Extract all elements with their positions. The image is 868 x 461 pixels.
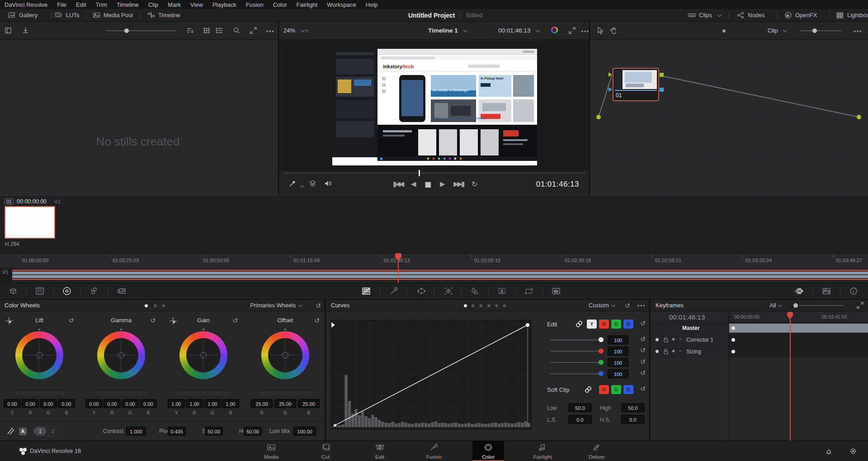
wheel-reset-icon[interactable]: ↺ <box>232 317 238 324</box>
node-mode-dropdown[interactable]: Clip <box>768 24 787 37</box>
go-to-end-button[interactable]: ▶▶▮ <box>453 180 463 188</box>
color-match-icon[interactable] <box>33 285 46 297</box>
thumb-size-handle[interactable] <box>124 28 129 33</box>
go-to-start-button[interactable]: ▮◀◀ <box>393 180 403 188</box>
export-still-icon[interactable] <box>21 27 30 35</box>
viewer-timecode-dropdown[interactable]: 00:01:46:13 <box>498 24 539 37</box>
step-back-button[interactable]: ◀ <box>411 180 416 188</box>
soft-clip-link-icon[interactable] <box>584 386 592 395</box>
node-zoom-slider[interactable] <box>800 30 842 31</box>
gallery-options-icon[interactable]: ••• <box>266 28 275 36</box>
wheels-page-dot-3[interactable] <box>162 304 165 307</box>
curve-channel-value[interactable]: 100 <box>608 335 628 344</box>
openfx-button[interactable]: fx OpenFX <box>784 9 817 21</box>
node-key-input[interactable] <box>609 87 612 92</box>
wheel-master-bar[interactable] <box>13 390 66 395</box>
curves-channel-y[interactable]: Y <box>587 320 597 329</box>
lightbox-button[interactable]: Lightbox <box>836 9 868 21</box>
soft-clip-channel-b[interactable]: B <box>623 385 633 394</box>
curve-slider-reset[interactable]: ↺ <box>640 358 646 365</box>
soft-clip-reset[interactable]: ↺ <box>640 385 646 392</box>
gallery-button[interactable]: Gallery <box>8 9 38 21</box>
kf-keyframe-dot[interactable] <box>731 326 735 330</box>
play-button[interactable]: ▶ <box>440 180 445 188</box>
soft-clip-field-value-hs[interactable]: 0.0 <box>621 415 645 424</box>
keyframes-palette-icon[interactable] <box>793 285 806 297</box>
curves-link-icon[interactable] <box>575 320 583 330</box>
menu-fairlight[interactable]: Fairlight <box>297 1 317 8</box>
power-window-icon[interactable] <box>415 285 428 297</box>
wheel-value-y[interactable]: 1.00 <box>168 399 185 408</box>
wheel-value-b[interactable]: 1.00 <box>222 399 239 408</box>
wheel-page-tab-1[interactable]: 1 <box>34 427 47 435</box>
curves-channel-r[interactable]: R <box>599 320 609 329</box>
curves-graph[interactable] <box>331 320 531 429</box>
expand-gallery-icon[interactable] <box>249 27 258 35</box>
sort-icon[interactable] <box>185 27 194 35</box>
timeline-clip[interactable] <box>12 270 868 280</box>
curves-mode-dropdown[interactable]: Custom <box>589 302 615 309</box>
home-icon[interactable]: ⌂ <box>826 447 831 456</box>
kf-lock-icon[interactable] <box>663 336 669 345</box>
kf-row-track[interactable] <box>729 346 868 358</box>
scopes-icon[interactable] <box>820 285 833 297</box>
keyframes-expand-icon[interactable] <box>855 301 864 310</box>
tracker-icon[interactable] <box>442 285 455 297</box>
wheel-reset-icon[interactable]: ↺ <box>150 317 156 324</box>
wheel-value-r[interactable]: 1.00 <box>186 399 203 408</box>
node-zoom-handle[interactable] <box>812 28 817 33</box>
curve-slider-handle[interactable] <box>599 371 604 376</box>
wheel-center-handle[interactable] <box>118 352 124 358</box>
curve-channel-value[interactable]: 100 <box>608 347 628 356</box>
nodes-button[interactable]: Nodes <box>737 9 765 21</box>
menu-fusion[interactable]: Fusion <box>246 1 264 8</box>
nav-tab-cut[interactable]: Cut <box>310 441 341 461</box>
menu-color[interactable]: Color <box>273 1 287 8</box>
media-pool-button[interactable]: Media Pool <box>93 9 133 21</box>
nav-tab-media[interactable]: Media <box>255 441 287 461</box>
wheels-reset-icon[interactable]: ↺ <box>316 302 321 309</box>
curve-slider-track[interactable] <box>551 351 601 352</box>
kf-expand-chevron-icon[interactable]: › <box>679 347 681 354</box>
curve-slider-handle[interactable] <box>599 348 604 353</box>
nav-tab-edit[interactable]: Edit <box>364 441 396 461</box>
keyframe-row-master[interactable]: Master <box>651 322 868 334</box>
wheel-value-y[interactable]: 0.00 <box>85 399 103 408</box>
auto-balance-badge[interactable]: A <box>19 428 27 435</box>
curves-icon[interactable] <box>360 285 373 297</box>
wheel-page-tab-2[interactable]: 2 <box>47 427 58 435</box>
kf-enable-dot-icon[interactable] <box>656 350 659 353</box>
auto-wand-icon[interactable] <box>6 427 14 437</box>
timeline-selector-dropdown[interactable]: Timeline 1 <box>428 24 467 37</box>
soft-clip-channel-r[interactable]: R <box>599 385 609 394</box>
curve-slider-reset[interactable]: ↺ <box>640 347 646 354</box>
wheel-ring-lift[interactable] <box>15 331 63 379</box>
track-header[interactable]: V1 <box>0 268 12 283</box>
sizing-icon[interactable] <box>523 285 535 297</box>
curves-page-dot-5[interactable] <box>495 304 498 307</box>
menu-timeline[interactable]: Timeline <box>117 1 139 8</box>
audio-icon[interactable] <box>324 180 332 188</box>
keyframes-filter-dropdown[interactable]: All <box>769 302 782 309</box>
pointer-tool-icon[interactable] <box>595 27 604 35</box>
viewer-zoom-dropdown[interactable]: 24% <box>283 24 304 37</box>
blur-icon[interactable] <box>468 285 481 297</box>
wheel-value-g[interactable]: 25.00 <box>274 399 296 408</box>
menu-davinci-resolve[interactable]: DaVinci Resolve <box>5 1 47 8</box>
keyframes-zoom-handle[interactable] <box>793 303 798 308</box>
adjust-value-lum-mix[interactable]: 100.00 <box>293 427 316 436</box>
wheel-value-b[interactable]: 0.00 <box>140 399 157 408</box>
curve-slider-track[interactable] <box>551 373 601 374</box>
timeline-button[interactable]: Timeline <box>147 9 180 21</box>
menu-playback[interactable]: Playback <box>212 1 236 8</box>
kf-diamond-icon[interactable]: ◆ <box>672 348 675 353</box>
wheel-master-bar[interactable] <box>177 390 230 395</box>
wheel-value-b[interactable]: 0.00 <box>58 399 75 408</box>
wheel-value-g[interactable]: 1.00 <box>204 399 221 408</box>
keyframe-row-corrector-1[interactable]: ◆›Corrector 1 <box>651 334 868 346</box>
curves-page-dot-4[interactable] <box>487 304 491 307</box>
kf-expand-chevron-icon[interactable]: › <box>679 335 681 342</box>
wipe-modes-icon[interactable] <box>309 180 316 188</box>
wheel-center-handle[interactable] <box>282 352 288 358</box>
enhanced-viewer-icon[interactable] <box>551 27 560 35</box>
